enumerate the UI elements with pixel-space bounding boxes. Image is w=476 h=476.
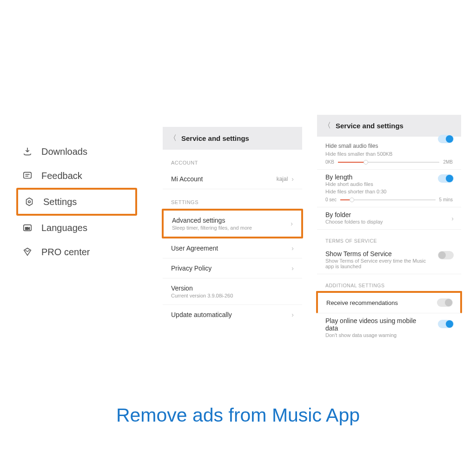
row-label: Update automatically [171,311,232,318]
row-sublabel: Choose folders to display [325,219,453,225]
row-mi-account[interactable]: Mi Account kajal › [163,169,302,189]
back-icon[interactable]: 〈 [169,133,177,143]
row-sublabel2: Hide files shorter than 0:30 [325,189,453,194]
section-label-additional: ADDITIONAL SETTINGS [317,274,461,291]
settings-icon [24,196,35,207]
feedback-icon [22,170,33,181]
svg-text:EN: EN [25,226,30,231]
row-user-agreement[interactable]: User Agreement › [163,238,302,258]
menu-languages[interactable]: EN Languages [16,216,137,240]
row-label: Play online videos using mobile data [325,317,428,332]
row-label: Receive recommendations [326,299,452,306]
chevron-right-icon: › [451,215,454,222]
section-label-settings: SETTINGS [163,189,302,209]
row-label: Advanced settings [172,217,252,224]
section-label-tos: TERMS OF SERVICE [317,230,461,246]
menu-settings[interactable]: Settings [16,188,137,216]
row-play-mobile-data: Play online videos using mobile data Don… [317,313,461,343]
menu-feedback[interactable]: Feedback [16,164,137,188]
svg-rect-0 [24,172,32,178]
row-receive-recommendations[interactable]: Receive recommendations [316,291,462,313]
row-update-automatically[interactable]: Update automatically › [163,305,302,324]
row-label: Version [171,284,233,292]
menu-panel: Downloads Feedback Settings EN Languages… [16,139,137,264]
row-privacy-policy[interactable]: Privacy Policy › [163,258,302,278]
row-sublabel: Current version 3.9.08i-260 [171,293,233,298]
row-by-folder[interactable]: › By folder Choose folders to display [317,207,461,230]
row-advanced-settings[interactable]: Advanced settings Sleep timer, filtering… [162,209,303,238]
section-label-account: ACCOUNT [163,150,302,169]
row-sublabel: Show Terms of Service every time the Mus… [325,258,428,269]
menu-label: PRO center [41,247,90,258]
menu-pro-center[interactable]: PRO center [16,240,137,264]
panel-header: 〈 Service and settings [163,127,302,150]
slider-min: 0 sec [325,197,337,202]
row-label: By length [325,173,453,181]
row-by-length: By length Hide short audio files Hide fi… [317,170,461,207]
slider-max: 2MB [443,159,453,165]
panel-title: Service and settings [181,134,249,142]
menu-label: Languages [41,223,87,233]
row-label: Hide small audio files [325,143,453,149]
row-label: Show Terms of Service [325,250,453,258]
row-sublabel: Sleep timer, filtering files, and more [172,225,252,231]
menu-downloads[interactable]: Downloads [16,139,137,164]
settings-panel: 〈 Service and settings ACCOUNT Mi Accoun… [163,127,302,324]
chevron-right-icon: › [291,220,293,227]
pro-icon [22,246,33,258]
row-label: Mi Account [171,175,203,183]
row-label: By folder [325,211,453,218]
chevron-right-icon: › [291,175,294,183]
row-sublabel: Hide files smaller than 500KB [325,151,453,157]
language-icon: EN [22,222,33,233]
menu-label: Downloads [41,146,87,157]
menu-label: Settings [43,197,77,207]
toggle-receive-recommendations[interactable] [437,298,453,307]
svg-marker-3 [26,198,33,206]
chevron-right-icon: › [291,311,294,318]
advanced-panel: 〈 Service and settings Hide small audio … [317,115,461,343]
row-version: Version Current version 3.9.08i-260 [163,278,302,305]
slider-max: 5 mins [439,197,453,202]
toggle-play-mobile[interactable] [438,320,454,328]
slider-length[interactable] [340,199,436,200]
row-sublabel: Hide short audio files [325,181,453,187]
panel-header: 〈 Service and settings [317,115,461,137]
row-hide-small-files: Hide small audio files Hide files smalle… [317,137,461,170]
row-show-tos: Show Terms of Service Show Terms of Serv… [317,246,461,274]
svg-point-4 [28,201,31,203]
panel-title: Service and settings [336,122,403,130]
toggle-by-length[interactable] [438,174,454,183]
download-icon [22,146,33,157]
chevron-right-icon: › [291,245,294,252]
chevron-right-icon: › [291,264,294,272]
menu-label: Feedback [41,171,82,181]
slider-min: 0KB [325,159,334,165]
back-icon[interactable]: 〈 [324,121,331,131]
slider-size[interactable] [338,162,440,163]
toggle-hide-small[interactable] [438,135,454,143]
toggle-show-tos[interactable] [438,251,454,259]
row-label: User Agreement [171,245,218,252]
row-sublabel: Don't show data usage warning [325,332,453,338]
row-value: kajal [277,176,288,182]
caption-text: Remove ads from Music App [0,404,476,426]
row-label: Privacy Policy [171,264,212,272]
